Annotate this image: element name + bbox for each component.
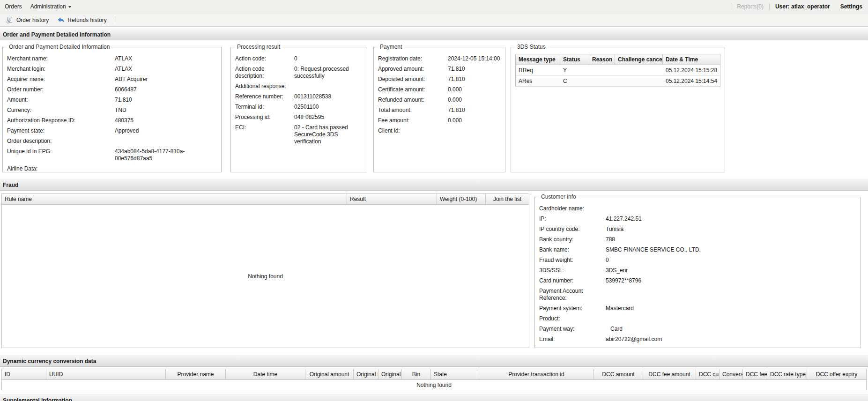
cell-status: C — [560, 76, 589, 86]
cell-datetime: 05.12.2024 15:14:54 — [663, 76, 720, 86]
field-value: Mastercard — [606, 305, 856, 312]
field-row: Payment way:Card — [539, 324, 856, 334]
menu-settings[interactable]: Settings — [840, 3, 863, 10]
order-history-label: Order history — [16, 17, 49, 23]
field-row: Card number:539972**8796 — [539, 276, 856, 286]
field-value: 0 — [294, 55, 363, 62]
field-row: Reference number:001311028538 — [235, 92, 363, 102]
field-value: 0.000 — [448, 86, 501, 93]
field-value: 6066487 — [115, 86, 217, 93]
current-user-label: User: atlax_operator — [775, 3, 830, 10]
field-row: Action code:0 — [235, 54, 363, 64]
field-label: Product: — [539, 315, 606, 322]
column-header: Join the list — [486, 194, 529, 204]
field-value: 0 — [606, 257, 856, 264]
field-label: Amount: — [7, 97, 115, 104]
field-value: 71.810 — [448, 76, 501, 83]
field-value: 02501100 — [294, 104, 363, 111]
field-label: Payment Account Reference: — [539, 288, 609, 302]
field-label: Unique id in EPG: — [7, 148, 115, 155]
field-label: Acquirer name: — [7, 76, 115, 83]
field-label: Fraud weight: — [539, 257, 606, 264]
field-value: 3DS_enr — [606, 267, 856, 274]
field-value: 480375 — [115, 117, 217, 124]
field-label: Authorization Response ID: — [7, 117, 115, 124]
column-header: DCC fee amount — [643, 369, 696, 379]
field-value: Approved — [115, 127, 217, 134]
tds-status-table: Message type Status Reason Challenge can… — [515, 54, 720, 87]
field-row: Bank name:SMBC FINANCE SERVICE CO., LTD. — [539, 245, 856, 255]
field-label: Certificate amount: — [378, 86, 448, 93]
menubar: Orders Administration Reports(0) User: a… — [0, 0, 868, 14]
details-fieldsets-row: Order and Payment Detailed Information M… — [0, 40, 868, 172]
order-info-legend: Order and Payment Detailed Information — [7, 44, 111, 50]
order-history-button[interactable]: Order history — [2, 15, 53, 25]
field-label: Terminal id: — [235, 104, 294, 111]
field-row: Payment system:Mastercard — [539, 304, 856, 314]
column-header: Provider transaction id — [479, 369, 594, 379]
column-header: Reason — [589, 54, 615, 65]
field-row: IP:41.227.242.51 — [539, 214, 856, 224]
field-row: Unique id in EPG:434ab084-5da8-4177-810a… — [7, 147, 217, 164]
menu-reports[interactable]: Reports(0) — [737, 3, 764, 10]
field-row: Merchant login:ATLAX — [7, 64, 217, 74]
refunds-history-icon — [57, 16, 65, 24]
cell-reason — [589, 76, 615, 86]
dcc-section-title: Dynamic currency conversion data — [3, 358, 96, 364]
column-header: ID — [2, 369, 46, 379]
field-row: Processing id:04IF082595 — [235, 112, 363, 123]
field-label: Cardholder name: — [539, 205, 606, 212]
field-row: Bank country:788 — [539, 235, 856, 245]
field-label: Deposited amount: — [378, 76, 448, 83]
field-label: Order number: — [7, 86, 115, 93]
field-row: Order number:6066487 — [7, 85, 217, 95]
fraud-empty-state: Nothing found — [1, 205, 529, 348]
refunds-history-button[interactable]: Refunds history — [53, 15, 111, 25]
column-header: Message type — [516, 54, 560, 65]
field-value: 434ab084-5da8-4177-810a-00e576d87aa5 — [115, 148, 217, 162]
field-value: 71.810 — [448, 66, 501, 73]
field-row: Deposited amount:71.810 — [378, 74, 501, 85]
field-row: Approved amount:71.810 — [378, 64, 501, 74]
order-history-icon — [6, 16, 14, 24]
menu-orders[interactable]: Orders — [5, 3, 26, 10]
processing-result-fieldset: Processing result Action code:0 Action c… — [230, 44, 367, 172]
field-value: ATLAX — [115, 55, 217, 62]
field-value: 04IF082595 — [294, 114, 363, 121]
field-label: Payment way: — [539, 326, 606, 333]
field-label: Fee amount: — [378, 117, 448, 124]
field-value: Tunisia — [606, 226, 856, 233]
field-label: Card number: — [539, 277, 606, 284]
table-row[interactable]: RReq Y 05.12.2024 15:15:28 — [516, 65, 720, 76]
field-value: 41.227.242.51 — [606, 215, 856, 223]
toolbar: Order history Refunds history — [0, 14, 868, 27]
fraud-row: Rule name Result Weight (0-100) Join the… — [0, 191, 868, 348]
field-label: Client id: — [378, 127, 448, 134]
field-label: Additional response: — [235, 83, 294, 90]
field-value: 0.000 — [448, 97, 501, 104]
field-label: IP: — [539, 215, 606, 223]
field-label: Action code: — [235, 55, 294, 62]
dcc-table: ID UUID Provider name Date time Original… — [1, 369, 867, 390]
processing-result-legend: Processing result — [235, 44, 282, 50]
field-row: Fraud weight:0 — [539, 255, 856, 266]
field-row: Authorization Response ID:480375 — [7, 116, 217, 126]
field-label: Refunded amount: — [378, 97, 448, 104]
field-value: SMBC FINANCE SERVICE CO., LTD. — [606, 246, 856, 253]
column-header: Original amount — [305, 369, 354, 379]
field-label: Merchant name: — [7, 55, 115, 62]
menu-administration-label: Administration — [30, 3, 66, 10]
field-row: Merchant name:ATLAX — [7, 54, 217, 64]
table-row[interactable]: ARes C 05.12.2024 15:14:54 — [516, 76, 720, 87]
column-header: Conversi — [720, 369, 743, 379]
field-row: Acquirer name:ABT Acquirer — [7, 74, 217, 85]
column-header: Bin — [402, 369, 431, 379]
field-label: Merchant login: — [7, 66, 115, 73]
toolbar-separator — [115, 16, 115, 24]
menu-administration[interactable]: Administration — [26, 3, 75, 10]
column-header: Result — [347, 194, 437, 204]
column-header: Weight (0-100) — [437, 194, 486, 204]
fraud-section-title: Fraud — [3, 182, 18, 188]
field-value: 0: Request processed successfully — [294, 66, 363, 80]
cell-datetime: 05.12.2024 15:15:28 — [663, 65, 720, 75]
